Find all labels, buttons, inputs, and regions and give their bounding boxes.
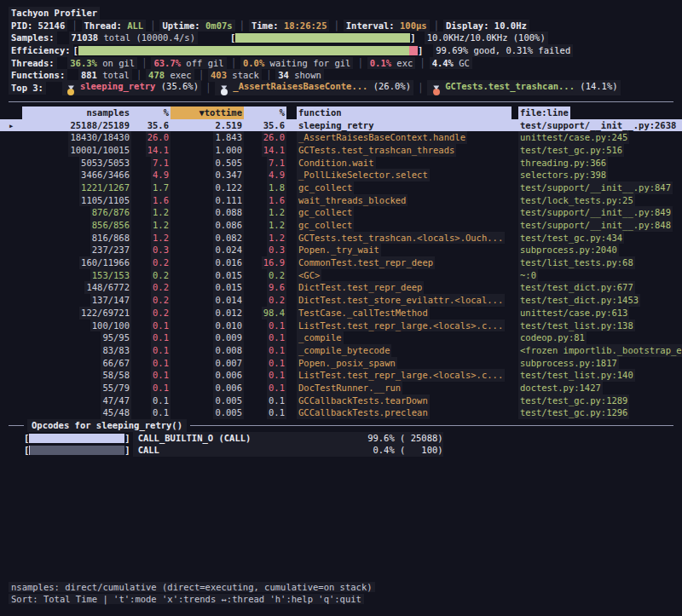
cell-function: gc_collect [297, 181, 512, 194]
separator-bar: │ [227, 57, 240, 70]
samples-bar-close-bracket: ] [410, 32, 415, 44]
efficiency-bar [78, 46, 418, 55]
table-row[interactable]: ▸25188/2518935.62.51935.6sleeping_retryt… [0, 119, 682, 132]
table-row[interactable]: 856/8561.20.0861.2gc_collecttest/support… [0, 219, 682, 232]
stat-value: 4.4% [432, 58, 454, 68]
cell-percent-cumulative-value: 0.1 [267, 357, 286, 370]
table-row[interactable]: 55/790.10.0060.1DocTestRunner.__rundocte… [0, 382, 682, 394]
cell-tottime-value: 0.005 [213, 406, 244, 419]
cell-nsamples: 816/868 [22, 232, 131, 245]
separator-bar: │ [201, 82, 215, 95]
separator-bar: │ [137, 57, 151, 70]
info-value: 0m07s [205, 20, 233, 31]
table-row[interactable]: 47/470.10.0050.1GCCallbackTests.tearDown… [0, 394, 682, 407]
column-header-percent-cumulative[interactable]: % [244, 107, 286, 119]
cell-function-value: _compile [297, 331, 344, 344]
cell-percent-direct-value: 1.2 [151, 232, 170, 245]
cell-percent-cumulative: 98.4 [244, 307, 286, 320]
info-item-thread: Thread: ALL [82, 20, 147, 32]
cell-nsamples: 160/11966 [22, 256, 131, 269]
cell-nsamples-value: 856/856 [90, 219, 131, 232]
cell-file-line: test/test_gc.py:1296 [518, 406, 682, 419]
cell-tottime: 0.086 [170, 219, 244, 232]
opcodes-dash-right [190, 425, 673, 426]
table-row[interactable]: 83/830.10.0080.1_compile_bytecode<frozen… [0, 344, 682, 357]
cell-percent-direct: 0.3 [131, 244, 170, 256]
cell-percent-direct-value: 35.6 [146, 119, 170, 132]
cell-file-line: selectors.py:398 [518, 169, 682, 181]
table-row[interactable]: 5053/50537.10.5057.1Condition.waitthread… [0, 157, 682, 170]
cell-percent-cumulative-value: 98.4 [262, 307, 286, 320]
table-row[interactable]: 45/480.10.0050.1GCCallbackTests.preclean… [0, 406, 682, 419]
cell-nsamples: 55/79 [22, 382, 131, 394]
cell-function: <GC> [297, 269, 512, 282]
table-row[interactable]: 137/1470.20.0140.2DictTest.test_store_ev… [0, 294, 682, 307]
bronze-medal-icon [431, 85, 441, 95]
cell-percent-cumulative: 1.8 [244, 181, 286, 194]
column-header-function[interactable]: function [297, 107, 512, 119]
separator-bar: │ [353, 57, 367, 70]
cell-function-value: ListTest.test_repr_large.<locals>.c... [297, 320, 505, 332]
column-header-percent-direct[interactable]: % [131, 107, 170, 119]
cell-percent-direct-value: 0.2 [151, 269, 170, 282]
cell-percent-cumulative: 0.2 [244, 294, 286, 307]
table-row[interactable]: 1105/11051.60.1111.6wait_threads_blocked… [0, 194, 682, 207]
info-value: 100µs [400, 20, 427, 31]
cell-tottime-value: 0.014 [213, 294, 244, 307]
stat-text: stack [227, 70, 259, 80]
cell-nsamples-value: 66/67 [101, 357, 131, 370]
stat-value: 0.0% [243, 58, 264, 68]
opcode-stat: 99.6% ( 25088) [341, 432, 443, 445]
cell-nsamples-value: 3466/3466 [79, 169, 131, 181]
column-header-file-line[interactable]: file:line [518, 107, 682, 119]
top3-label: Top 3: [9, 82, 46, 95]
info-bar: PID: 52146│Thread: ALL│Uptime: 0m07s│Tim… [0, 20, 682, 32]
column-header-nsamples-label: nsamples [22, 107, 131, 119]
cell-percent-cumulative-value: 0.1 [267, 320, 286, 332]
cell-file-line-value: test/support/__init__.py:2638 [518, 119, 678, 132]
table-row[interactable]: 876/8761.20.0881.2gc_collecttest/support… [0, 206, 682, 219]
table-row[interactable]: 816/8681.20.0821.2GCTests.test_trashcan.… [0, 232, 682, 245]
cell-percent-direct-value: 0.2 [151, 256, 170, 269]
table-row[interactable]: 18430/1843026.01.84326.0_AssertRaisesBas… [0, 131, 682, 144]
cell-nsamples-value: 25188/25189 [68, 119, 131, 132]
table-row[interactable]: 58/580.10.0060.1ListTest.test_repr_large… [0, 369, 682, 382]
table-row[interactable]: 148/67720.20.0159.6DictTest.test_repr_de… [0, 281, 682, 294]
cell-tottime: 0.008 [170, 344, 244, 357]
stat-text: waiting for gil [264, 58, 350, 68]
table-row[interactable]: 237/2370.30.0240.3Popen._try_waitsubproc… [0, 244, 682, 256]
table-row[interactable]: 10001/1001514.11.00014.1GCTests.test_tra… [0, 144, 682, 157]
table-row[interactable]: 95/950.10.0090.1_compilecodeop.py:81 [0, 331, 682, 344]
stat-item: 36.3% on gil [67, 57, 137, 70]
cell-tottime-value: 0.010 [213, 320, 244, 332]
table-row[interactable]: 122/697210.20.01298.4TestCase._callTestM… [0, 307, 682, 320]
cell-percent-direct-value: 1.2 [151, 219, 170, 232]
column-header-percent-direct-label: % [131, 107, 170, 119]
stat-text: exc [391, 58, 413, 68]
cell-file-line-value: selectors.py:398 [518, 169, 608, 181]
separator-bar: │ [415, 57, 429, 70]
table-row[interactable]: 3466/34664.90.3474.9_PollLikeSelector.se… [0, 169, 682, 181]
cell-percent-cumulative-value: 0.1 [267, 394, 286, 407]
table-row[interactable]: 66/670.10.0070.1Popen._posix_spawnsubpro… [0, 357, 682, 370]
table-row[interactable]: 1221/12671.70.1221.8gc_collecttest/suppo… [0, 181, 682, 194]
cell-tottime: 0.024 [170, 244, 244, 256]
info-label: Time: [251, 20, 284, 31]
cell-function-value: sleeping_retry [297, 119, 376, 132]
table-row[interactable]: 153/1530.20.0150.2<GC>~:0 [0, 269, 682, 282]
cell-percent-direct: 7.1 [131, 157, 170, 170]
cell-percent-direct: 0.2 [131, 281, 170, 294]
info-label: Thread: [84, 20, 128, 31]
separator-bar: │ [67, 20, 81, 32]
table-row[interactable]: 100/1000.10.0100.1ListTest.test_repr_lar… [0, 320, 682, 332]
column-header-nsamples[interactable]: nsamples [22, 107, 131, 119]
cell-file-line: test/test_gc.py:434 [518, 232, 682, 245]
top3-item: _AssertRaisesBaseConte... (26.0%) [215, 80, 413, 95]
cell-function: _PollLikeSelector.select [297, 169, 512, 181]
opcode-row: []CALL_BUILTIN_O (CALL)99.6% ( 25088) [0, 432, 682, 445]
stat-text: exec [165, 70, 192, 80]
cell-function-value: ListTest.test_repr_large.<locals>.c... [297, 369, 505, 382]
cell-percent-direct-value: 1.2 [151, 206, 170, 219]
column-header-tottime[interactable]: ▼tottime [170, 107, 244, 119]
table-row[interactable]: 160/119660.20.01616.9CommonTest.test_rep… [0, 256, 682, 269]
